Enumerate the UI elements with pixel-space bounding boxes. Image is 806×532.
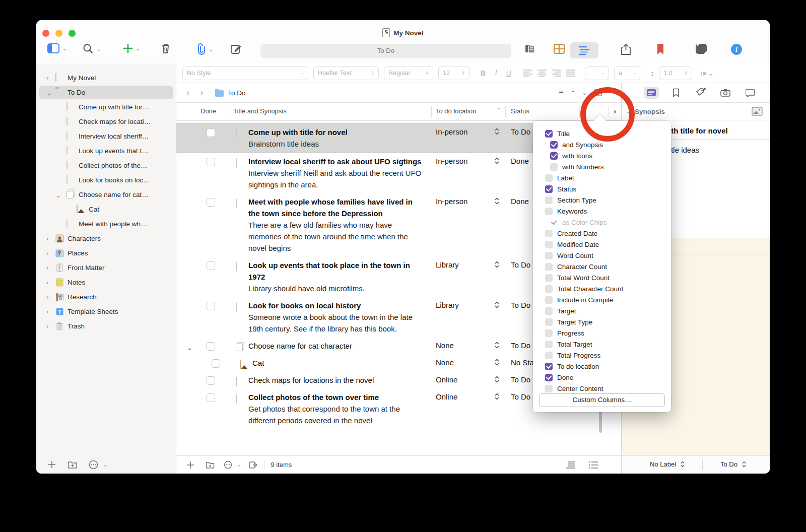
tab-snapshots[interactable] <box>718 87 733 99</box>
done-checkbox[interactable] <box>207 342 215 351</box>
done-checkbox[interactable] <box>207 302 215 310</box>
add-folder-button[interactable] <box>206 461 215 469</box>
chevron-down-icon[interactable]: ⌄ <box>136 46 140 51</box>
more-options-button[interactable]: ⌄ <box>224 460 241 469</box>
done-checkbox[interactable] <box>207 158 215 166</box>
chevron-right-icon[interactable]: › <box>46 249 51 257</box>
font-weight-select[interactable]: Regular⇕ <box>384 66 433 80</box>
location-stepper-icon[interactable] <box>494 128 500 135</box>
label-select[interactable]: No Label <box>650 460 685 468</box>
style-select[interactable]: No Style⌄ <box>182 66 308 80</box>
add-document-button[interactable] <box>47 460 56 469</box>
checkbox-checked-icon[interactable] <box>550 141 558 149</box>
menu-item-status[interactable]: Status <box>533 183 671 194</box>
menu-item-section-type[interactable]: Section Type <box>533 194 671 206</box>
export-icon[interactable] <box>249 461 258 469</box>
sidebar-item-front-matter[interactable]: ›Front Matter <box>36 260 176 275</box>
attach-button[interactable]: ⌄ <box>195 43 213 55</box>
chevron-down-icon[interactable]: ⌄ <box>186 343 193 352</box>
outline-view-button[interactable] <box>570 42 598 58</box>
previous-document-button[interactable]: ⌃ <box>571 90 575 96</box>
sidebar-item-trash[interactable]: ›Trash <box>36 319 176 334</box>
bookmark-button[interactable] <box>656 43 665 55</box>
next-document-button[interactable]: ⌄ <box>582 90 587 96</box>
text-color-select[interactable]: ⌄ <box>585 66 609 80</box>
location-stepper-icon[interactable] <box>494 157 500 164</box>
row-location[interactable]: None <box>436 341 454 350</box>
menu-item-total-target[interactable]: Total Target <box>533 339 671 350</box>
chevron-down-icon[interactable]: ⌄ <box>209 47 213 52</box>
menu-item-progress[interactable]: Progress <box>533 327 671 339</box>
split-view-button[interactable] <box>594 89 602 96</box>
sidebar-item[interactable]: ⌄Choose name for cat… <box>36 187 176 202</box>
menu-item-to-do-location[interactable]: To do location <box>533 361 671 372</box>
menu-item-with-numbers[interactable]: with Numbers <box>533 161 671 172</box>
checkbox-icon[interactable] <box>545 329 553 337</box>
menu-item-character-count[interactable]: Character Count <box>533 261 671 272</box>
share-button[interactable] <box>621 43 631 55</box>
column-header-done[interactable]: Done <box>200 107 216 115</box>
sidebar-item-characters[interactable]: ›Characters <box>36 231 176 246</box>
sidebar-item[interactable]: Look for books on loc… <box>36 173 176 187</box>
column-header-location[interactable]: To do location <box>436 107 476 115</box>
sidebar-item[interactable]: Check maps for locati… <box>36 114 176 129</box>
corkboard-view-button[interactable] <box>553 43 565 54</box>
menu-item-total-word-count[interactable]: Total Word Count <box>533 272 671 283</box>
sidebar-item[interactable]: Come up with title for… <box>36 100 176 114</box>
chevron-right-icon[interactable]: › <box>46 293 51 301</box>
trash-button[interactable] <box>161 43 171 54</box>
compose-button[interactable] <box>230 43 242 55</box>
row-location[interactable]: In-person <box>436 157 467 165</box>
chevron-right-icon[interactable]: › <box>46 264 51 272</box>
sidebar-item-template-sheets[interactable]: ›TTemplate Sheets <box>36 304 176 319</box>
checkbox-icon[interactable] <box>545 174 553 182</box>
checkbox-icon[interactable] <box>545 307 553 315</box>
sidebar-item[interactable]: Cat <box>36 202 176 217</box>
checkbox-icon[interactable] <box>545 352 553 359</box>
checkbox-icon[interactable] <box>545 296 553 304</box>
location-stepper-icon[interactable] <box>494 359 500 366</box>
checkbox-icon[interactable] <box>545 385 553 392</box>
compose-mode-button[interactable] <box>695 43 707 54</box>
chevron-right-icon[interactable]: › <box>46 279 51 286</box>
highlight-select[interactable]: a⌄ <box>614 66 641 80</box>
align-center-button[interactable] <box>538 70 547 77</box>
row-location[interactable]: In-person <box>436 127 467 136</box>
tab-bookmarks[interactable] <box>668 87 684 99</box>
checkbox-checked-icon[interactable] <box>550 152 558 160</box>
chevron-right-icon[interactable]: › <box>46 308 51 315</box>
sidebar-item-my-novel[interactable]: ›My Novel <box>36 71 176 85</box>
search-button[interactable]: ⌄ <box>83 43 101 54</box>
chevron-right-icon[interactable]: › <box>46 322 51 330</box>
row-location[interactable]: Library <box>436 260 459 269</box>
row-status[interactable]: Done <box>511 157 529 165</box>
menu-item-keywords[interactable]: Keywords <box>533 206 671 217</box>
location-stepper-icon[interactable] <box>494 261 500 268</box>
checkbox-checked-icon[interactable] <box>545 374 553 381</box>
done-checkbox[interactable] <box>207 376 215 385</box>
done-checkbox[interactable] <box>207 128 215 137</box>
status-select[interactable]: To Do <box>720 460 747 468</box>
checkbox-icon[interactable] <box>545 241 553 248</box>
checkbox-icon[interactable] <box>545 341 553 348</box>
row-status[interactable]: To Do <box>511 127 530 136</box>
custom-columns-button[interactable]: Custom Columns… <box>539 393 665 407</box>
done-checkbox[interactable] <box>207 261 215 270</box>
tab-metadata[interactable] <box>693 87 708 99</box>
checkbox-checked-icon[interactable] <box>545 185 553 193</box>
checkbox-icon[interactable] <box>545 274 553 282</box>
chevron-down-icon[interactable]: ⌄ <box>97 46 101 52</box>
row-status[interactable]: To Do <box>511 341 530 350</box>
location-stepper-icon[interactable] <box>494 376 500 383</box>
sidebar-item-notes[interactable]: ›Notes <box>36 275 176 290</box>
line-spacing-select[interactable]: 1.0⇕ <box>659 66 692 80</box>
font-size-select[interactable]: 12⇕ <box>438 66 469 80</box>
align-left-button[interactable] <box>523 70 532 77</box>
inspector-toggle-button[interactable]: i <box>730 43 743 55</box>
font-select[interactable]: Hoefler Text⇕ <box>313 66 379 80</box>
sidebar-item[interactable]: Look up events that t… <box>36 144 176 158</box>
checkbox-icon[interactable] <box>545 252 553 259</box>
align-right-button[interactable] <box>552 70 561 77</box>
sidebar-item-places[interactable]: ›Places <box>36 246 176 260</box>
checkbox-checked-icon[interactable] <box>545 130 553 138</box>
